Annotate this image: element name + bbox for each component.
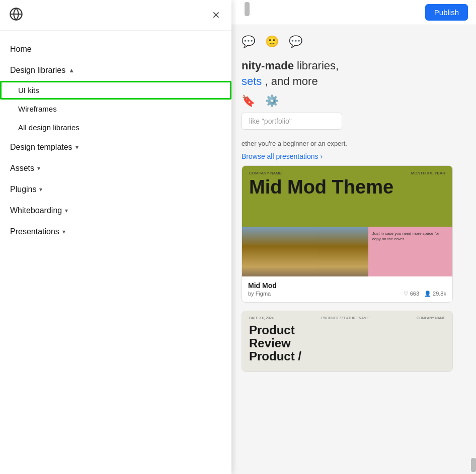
action-icons: 🔖 ⚙️ xyxy=(242,94,466,108)
mid-mod-pink-panel: Just in case you need more space for cop… xyxy=(368,227,452,276)
nav-subitem-ui-kits[interactable]: UI kits xyxy=(0,81,231,100)
title-rest: libraries, xyxy=(297,59,339,72)
pink-panel-text: Just in case you need more space for cop… xyxy=(372,231,448,242)
settings-icon: ⚙️ xyxy=(265,94,279,108)
nav-item-whiteboarding[interactable]: Whiteboarding ▾ xyxy=(0,200,231,221)
nav-home-label: Home xyxy=(10,45,32,54)
nav-item-presentations[interactable]: Presentations ▾ xyxy=(0,221,231,242)
design-libraries-subitems: UI kits Wireframes All design libraries xyxy=(0,81,231,137)
chevron-down-icon-presentations: ▾ xyxy=(62,228,65,235)
nav-item-home[interactable]: Home xyxy=(0,39,231,60)
product-review-card[interactable]: DATE XX, 2024 PRODUCT / FEATURE NAME COM… xyxy=(242,311,453,372)
landscape-visual xyxy=(242,227,368,276)
scroll-down-indicator[interactable] xyxy=(471,458,476,472)
product-review-thumbnail: DATE XX, 2024 PRODUCT / FEATURE NAME COM… xyxy=(242,311,452,371)
browse-link[interactable]: Browse all presentations › xyxy=(242,152,466,160)
all-design-libraries-label: All design libraries xyxy=(18,123,80,132)
mid-mod-landscape-img xyxy=(242,227,368,276)
card2-date: DATE XX, 2024 xyxy=(249,316,274,320)
nav-plugins-label: Plugins xyxy=(10,185,36,194)
search-placeholder-text: like "portfolio" xyxy=(242,113,342,130)
nav-design-libraries-label: Design libraries xyxy=(10,66,65,75)
close-button[interactable]: ✕ xyxy=(210,8,222,22)
comment-icon: 💬 xyxy=(242,35,255,48)
nav-whiteboarding-label: Whiteboarding xyxy=(10,206,62,215)
chevron-down-icon-assets: ▾ xyxy=(37,165,40,172)
mid-mod-bottom: Just in case you need more space for cop… xyxy=(242,227,452,276)
nav-item-assets[interactable]: Assets ▾ xyxy=(0,158,231,179)
wireframes-label: Wireframes xyxy=(18,105,57,113)
card2-product: PRODUCT / FEATURE NAME xyxy=(322,316,369,320)
nav-menu: Home Design libraries ▲ UI kits Wirefram… xyxy=(0,31,231,474)
mid-mod-company-row: COMPANY NAME MONTH XX, YEAR xyxy=(249,171,445,175)
card-author: by Figma xyxy=(248,291,271,297)
downloads-count: 👤 29.8k xyxy=(424,291,446,297)
mid-mod-card[interactable]: COMPANY NAME MONTH XX, YEAR Mid Mod Them… xyxy=(242,165,453,303)
chevron-down-icon: ▾ xyxy=(75,144,78,151)
scroll-up-indicator[interactable] xyxy=(245,2,250,16)
mid-mod-thumbnail: COMPANY NAME MONTH XX, YEAR Mid Mod Them… xyxy=(242,166,452,276)
nav-subitem-all-design-libraries[interactable]: All design libraries xyxy=(0,118,231,137)
nav-design-templates-label: Design templates xyxy=(10,143,72,152)
background-content: 💬 🙂 💬 nity-made libraries, sets , and mo… xyxy=(231,25,476,474)
card-title: Mid Mod xyxy=(248,281,446,290)
nav-item-design-libraries[interactable]: Design libraries ▲ xyxy=(0,60,231,81)
chevron-down-icon-plugins: ▾ xyxy=(39,186,42,193)
nav-presentations-label: Presentations xyxy=(10,227,59,236)
likes-count: ♡ 663 xyxy=(404,291,419,297)
card2-company: COMPANY NAME xyxy=(417,316,445,320)
toolbar-icons: 💬 🙂 💬 xyxy=(242,35,466,48)
chevron-up-icon: ▲ xyxy=(68,67,74,74)
card-author-row: by Figma ♡ 663 👤 29.8k xyxy=(248,291,446,297)
speech-icon: 💬 xyxy=(289,35,302,48)
chevron-down-icon-whiteboarding: ▾ xyxy=(65,207,68,214)
card-stats: ♡ 663 👤 29.8k xyxy=(404,291,446,297)
emoji-icon: 🙂 xyxy=(265,35,279,48)
hero-title: nity-made libraries, sets , and more xyxy=(242,58,466,89)
nav-item-design-templates[interactable]: Design templates ▾ xyxy=(0,137,231,158)
template-cards: COMPANY NAME MONTH XX, YEAR Mid Mod Them… xyxy=(242,165,466,372)
bookmark-icon: 🔖 xyxy=(242,94,255,108)
product-review-title: Product Review Product / xyxy=(249,324,445,363)
title-bold: nity-made xyxy=(242,59,294,72)
mid-mod-top: COMPANY NAME MONTH XX, YEAR Mid Mod Them… xyxy=(242,166,452,227)
nav-assets-label: Assets xyxy=(10,164,34,173)
publish-button[interactable]: Publish xyxy=(425,4,468,21)
mid-mod-title: Mid Mod Theme xyxy=(249,177,445,197)
panel-header: ✕ xyxy=(0,0,231,31)
ui-kits-label: UI kits xyxy=(18,86,39,94)
browse-description: ether you're a beginner or an expert. xyxy=(242,140,466,147)
title-end: , and more xyxy=(265,75,318,87)
mid-mod-info: Mid Mod by Figma ♡ 663 👤 29.8k xyxy=(242,276,452,302)
nav-subitem-wireframes[interactable]: Wireframes xyxy=(0,100,231,118)
company-label: COMPANY NAME xyxy=(249,171,282,175)
title-link: sets xyxy=(242,75,262,87)
date-label: MONTH XX, YEAR xyxy=(411,171,445,175)
globe-icon xyxy=(9,7,23,23)
nav-overlay-panel: ✕ Home Design libraries ▲ UI kits Wirefr… xyxy=(0,0,231,474)
card2-labels: DATE XX, 2024 PRODUCT / FEATURE NAME COM… xyxy=(249,316,445,320)
nav-item-plugins[interactable]: Plugins ▾ xyxy=(0,179,231,200)
